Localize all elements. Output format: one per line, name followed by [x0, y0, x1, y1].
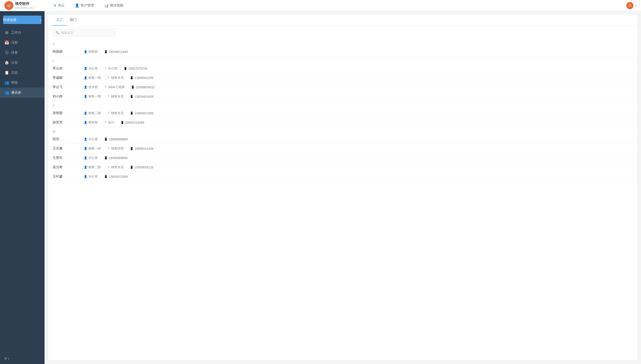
member-name: 韩跳跳 [53, 50, 84, 54]
member-position: 🎖JAVA工程师 [104, 85, 125, 89]
log-icon: 📋 [5, 70, 9, 75]
members-list: H韩跳跳👤销售部📱18538011948L李云杰👤办公室🎖办公室📱1993767… [48, 40, 637, 360]
phone-icon: 📱 [104, 156, 108, 160]
dept-icon: 👤 [84, 175, 87, 178]
contacts-icon: 👥 [5, 90, 9, 95]
member-name: 李云杰 [53, 66, 84, 70]
sidebar-item-notice[interactable]: 🏠 公告 [0, 58, 45, 68]
member-row[interactable]: 韩跳跳👤销售部📱18538011948 [53, 47, 633, 56]
member-row[interactable]: 宋明荣👤销售二部🎖销售专员📱15896657896 [53, 108, 633, 118]
member-name: 王月蔓 [53, 146, 84, 151]
sidebar-item-log[interactable]: 📋 日志 [0, 68, 45, 78]
member-phone: 📱19937676728 [124, 67, 147, 70]
member-name: 王叶媛 [53, 174, 84, 179]
phone-icon: 📱 [104, 175, 108, 178]
user-avatar[interactable]: 悟 [626, 2, 633, 9]
position-icon: 🎖 [104, 121, 107, 124]
dept-icon: 👤 [84, 86, 87, 89]
member-dept: 👤办公室 [84, 156, 98, 160]
sidebar-item-approval[interactable]: 👥 审批 [0, 78, 45, 88]
member-name: 宋明荣 [53, 111, 84, 115]
dept-icon: 👤 [84, 138, 87, 141]
member-phone: 📱15896657896 [130, 112, 154, 115]
member-phone: 📱15589654126 [130, 166, 154, 169]
workbench-icon: ⊞ [5, 30, 9, 35]
dept-icon: 👤 [84, 67, 87, 70]
tab-department[interactable]: 部门 [66, 15, 80, 26]
quick-create-button[interactable]: 快速创建 › [3, 16, 42, 24]
phone-icon: 📱 [121, 121, 124, 124]
member-phone: 📱13849015899 [104, 175, 128, 178]
member-position: 🎖销售专员 [107, 165, 124, 169]
sidebar-item-schedule[interactable]: 📅 日程 [0, 38, 45, 48]
sidebar-item-task[interactable]: ☑ 任务 [0, 48, 45, 58]
member-dept: 👤办公室 [84, 175, 98, 179]
position-icon: 🎖 [107, 147, 110, 150]
task-icon: ☑ [5, 50, 9, 55]
member-name: 悟空 [53, 137, 84, 141]
member-row[interactable]: 王叶媛👤办公室📱13849015899 [53, 172, 633, 181]
member-row[interactable]: 悟空👤办公室📱18888888888 [53, 134, 633, 144]
notice-icon: 🏠 [5, 60, 9, 65]
member-row[interactable]: 李云飞👤技术部🎖JAVA工程师📱15589654632 [53, 82, 633, 92]
main-layout: 快速创建 › ⊞ 工作台 📅 日程 ☑ 任务 🏠 公告 📋 日志 👥 审批 👥 [0, 11, 641, 364]
member-dept: 👤财务部 [84, 120, 98, 124]
member-dept: 👤销售部 [84, 50, 98, 54]
nav-office[interactable]: 🖥 办公 [49, 2, 69, 9]
member-name: 吴汉奇 [53, 165, 84, 169]
member-row[interactable]: 王月蔓👤销售一部🎖销售经理📱18896541456 [53, 144, 633, 153]
dept-icon: 👤 [84, 147, 87, 150]
dept-icon: 👤 [84, 76, 87, 80]
search-input[interactable] [61, 31, 112, 34]
content-area: 员工 部门 🔍 H韩跳跳👤销售部📱18538011948L李云杰👤办公室🎖办公室… [45, 11, 641, 364]
member-dept: 👤销售一部 [84, 146, 101, 151]
position-icon: 🎖 [104, 86, 107, 89]
member-position: 🎖办公室 [104, 66, 117, 70]
bi-icon: 📊 [104, 3, 109, 8]
position-icon: 🎖 [107, 166, 110, 169]
top-nav: 🐵 悟空软件 www.5kcrm.com 🖥 办公 👤 客户管理 📊 商业智能 … [0, 0, 641, 11]
member-phone: 📱13696541256 [130, 76, 154, 80]
member-dept: 👤销售一部 [84, 76, 101, 80]
member-phone: 📱15589654632 [131, 86, 155, 89]
member-position: 🎖会计 [104, 120, 114, 124]
member-position: 🎖销售专员 [107, 94, 124, 98]
sidebar-item-contacts[interactable]: 👥 通讯录 [0, 88, 45, 98]
nav-dropdown-icon[interactable]: ▾ [635, 4, 636, 7]
member-row[interactable]: 李云杰👤办公室🎖办公室📱19937676728 [53, 64, 633, 73]
schedule-icon: 📅 [5, 40, 9, 45]
logo-area: 🐵 悟空软件 www.5kcrm.com [5, 1, 40, 10]
nav-items: 🖥 办公 👤 客户管理 📊 商业智能 [49, 2, 626, 9]
sidebar-item-workbench[interactable]: ⊞ 工作台 [0, 28, 45, 38]
logo-icon: 🐵 [5, 1, 13, 10]
member-name: 李云飞 [53, 85, 84, 89]
member-dept: 👤销售一部 [84, 94, 101, 98]
member-name: 孙芳芳 [53, 120, 84, 124]
phone-icon: 📱 [124, 67, 127, 70]
logo-text: 悟空软件 www.5kcrm.com [15, 2, 33, 9]
nav-customer[interactable]: 👤 客户管理 [71, 2, 98, 9]
nav-bi[interactable]: 📊 商业智能 [100, 2, 127, 9]
approval-icon: 👥 [5, 80, 9, 85]
member-dept: 👤销售二部 [84, 165, 101, 169]
section-header-L: L [53, 56, 633, 64]
search-icon: 🔍 [56, 31, 59, 34]
section-header-H: H [53, 40, 633, 47]
member-row[interactable]: 吴汉奇👤销售二部🎖销售专员📱15589654126 [53, 163, 633, 172]
member-phone: 📱18888888888 [104, 138, 128, 141]
member-row[interactable]: 刘小婷👤销售一部🎖销售专员📱13939403438 [53, 92, 633, 101]
tab-employee[interactable]: 员工 [53, 15, 66, 26]
member-row[interactable]: 孙芳芳👤财务部🎖会计📱18965214589 [53, 118, 633, 127]
content-panel: 员工 部门 🔍 H韩跳跳👤销售部📱18538011948L李云杰👤办公室🎖办公室… [48, 15, 637, 360]
section-header-S: S [53, 101, 633, 108]
dept-icon: 👤 [84, 166, 87, 169]
sidebar-collapse-button[interactable]: ≡ › [0, 353, 45, 364]
phone-icon: 📱 [104, 50, 108, 54]
position-icon: 🎖 [107, 112, 110, 115]
member-row[interactable]: 李诚丽👤销售一部🎖销售专员📱13696541256 [53, 73, 633, 82]
customer-icon: 👤 [75, 3, 79, 8]
search-box: 🔍 [53, 29, 115, 36]
member-row[interactable]: 王昱珩👤办公室📱19090989890 [53, 153, 633, 163]
search-area: 🔍 [48, 26, 637, 40]
dept-icon: 👤 [84, 50, 87, 54]
